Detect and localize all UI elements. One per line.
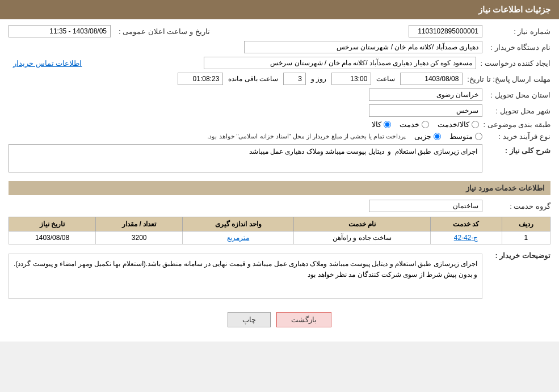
radio-khadamat-label: خدمت <box>400 120 419 129</box>
table-header-row: ردیف کد خدمت نام خدمت واحد اندازه گیری ت… <box>9 217 550 231</box>
tabaqe-radio-group: کالا/خدمت خدمت کالا <box>372 120 479 129</box>
col-nam: نام خدمت <box>294 217 430 231</box>
row-dastgah: نام دستگاه خریدار : دهیاری صمدآباد /کلان… <box>9 41 550 53</box>
print-button[interactable]: چاپ <box>228 312 271 327</box>
radio-kala: کالا <box>372 120 391 129</box>
shahr-value: سرخس <box>369 104 482 117</box>
shahr-label: شهر محل تحویل : <box>482 107 550 115</box>
baqi-value: 01:08:23 <box>178 73 223 85</box>
sharh-textarea[interactable] <box>9 144 482 172</box>
radio-khadamat: خدمت <box>400 120 429 129</box>
col-kod: کد خدمت <box>430 217 502 231</box>
cell-kod: ج-42-42 <box>430 231 502 245</box>
shomara-value: 1103102895000001 <box>409 25 482 37</box>
gorohe-value: ساختمان <box>369 200 482 212</box>
elaan-label: تاریخ و ساعت اعلان عمومی : <box>114 27 210 36</box>
rooz-value: 3 <box>283 73 306 85</box>
sharh-label: شرح کلی نیاز : <box>482 144 550 155</box>
row-sharh: شرح کلی نیاز : <box>9 144 550 174</box>
buttons-row: بازگشت چاپ <box>9 312 550 327</box>
radio-jozii-input[interactable] <box>434 133 441 140</box>
content-area: شماره نیاز : 1103102895000001 تاریخ و سا… <box>0 19 559 342</box>
row-tabaqe: طبقه بندی موضوعی : کالا/خدمت خدمت کالا <box>9 120 550 129</box>
ijad-label: ایجاد کننده درخواست : <box>476 59 550 68</box>
radio-jozii: جزیی <box>414 132 441 141</box>
row-shahr: شهر محل تحویل : سرخس <box>9 104 550 117</box>
col-vahed: واحد اندازه گیری <box>183 217 294 231</box>
header-bar: جزئیات اطلاعات نیاز <box>0 0 559 19</box>
page-wrapper: جزئیات اطلاعات نیاز شماره نیاز : 1103102… <box>0 0 559 342</box>
cell-radif: 1 <box>502 231 550 245</box>
sharh-container <box>9 144 482 174</box>
dastgah-value: دهیاری صمدآباد /کلانه مام خان / شهرستان … <box>244 41 482 53</box>
ostan-value: خراسان رضوی <box>369 88 482 101</box>
ostan-label: استان محل تحویل : <box>482 91 550 99</box>
saat-label: ساعت <box>376 75 395 83</box>
vahed-link[interactable]: مترمربع <box>227 234 249 242</box>
cell-tedad: 3200 <box>96 231 183 245</box>
saat-value: 13:00 <box>331 73 371 85</box>
radio-motavasset: متوسط <box>449 132 482 141</box>
toseeh-label: توضیحات خریدار : <box>482 249 550 260</box>
radio-khadamat-input[interactable] <box>422 121 429 128</box>
services-table-container: ردیف کد خدمت نام خدمت واحد اندازه گیری ت… <box>9 217 550 245</box>
radio-kala-khadamat: کالا/خدمت <box>438 120 479 129</box>
col-radif: ردیف <box>502 217 550 231</box>
khadamat-section-title: اطلاعات خدمات مورد نیاز <box>9 181 550 195</box>
cell-vahed: مترمربع <box>183 231 294 245</box>
shomara-label: شماره نیاز : <box>482 27 550 36</box>
date-time-container: 1403/08/08 ساعت 13:00 روز و 3 ساعت باقی … <box>178 73 463 85</box>
gorohe-label: گروه خدمت : <box>482 202 550 210</box>
date-value: 1403/08/08 <box>400 73 463 85</box>
radio-kala-khadamat-input[interactable] <box>472 121 479 128</box>
radio-jozii-label: جزیی <box>414 132 431 141</box>
header-title: جزئیات اطلاعات نیاز <box>478 5 550 14</box>
radio-motavasset-label: متوسط <box>449 132 473 141</box>
ettelaat-tamas-link[interactable]: اطلاعات تماس خریدار <box>13 59 82 68</box>
cell-tarikh: 1403/08/08 <box>9 231 96 245</box>
farayand-label: نوع فرآیند خرید : <box>482 132 550 141</box>
row-mohlat: مهلت ارسال پاسخ: تا تاریخ: 1403/08/08 سا… <box>9 73 550 85</box>
farayand-radio-group: متوسط جزیی <box>414 132 482 141</box>
farayand-note: پرداخت تمام یا بخشی از مبلغ خریدار از مح… <box>207 133 406 140</box>
radio-kala-input[interactable] <box>384 121 391 128</box>
tabaqe-label: طبقه بندی موضوعی : <box>479 120 550 129</box>
radio-kala-label: کالا <box>372 120 381 129</box>
row-ijad: ایجاد کننده درخواست : مسعود کوه کن دهیار… <box>9 57 550 69</box>
row-gorohe: گروه خدمت : ساختمان <box>9 200 550 212</box>
services-table: ردیف کد خدمت نام خدمت واحد اندازه گیری ت… <box>9 217 550 245</box>
cell-nam: ساخت جاده و راه‌آهن <box>294 231 430 245</box>
radio-motavasset-input[interactable] <box>475 133 482 140</box>
elaan-value: 1403/08/05 - 11:35 <box>9 25 111 37</box>
row-farayand: نوع فرآیند خرید : متوسط جزیی پرداخت تمام… <box>9 132 550 141</box>
row-ostan: استان محل تحویل : خراسان رضوی <box>9 88 550 101</box>
rooz-label: روز و <box>311 75 326 83</box>
toseeh-box: اجرای زیرسازی طبق استعلام و دیتایل پیوست… <box>9 254 482 299</box>
toseeh-text: اجرای زیرسازی طبق استعلام و دیتایل پیوست… <box>14 260 477 279</box>
kod-link[interactable]: ج-42-42 <box>454 234 478 242</box>
col-tedad: تعداد / مقدار <box>96 217 183 231</box>
radio-kala-khadamat-label: کالا/خدمت <box>438 120 469 129</box>
back-button[interactable]: بازگشت <box>276 312 331 327</box>
baqi-label: ساعت باقی مانده <box>228 75 278 83</box>
ijad-value: مسعود کوه کن دهیار دهیاری صمدآباد /کلانه… <box>204 57 476 69</box>
table-row: 1 ج-42-42 ساخت جاده و راه‌آهن مترمربع 32… <box>9 231 550 245</box>
dastgah-label: نام دستگاه خریدار : <box>482 43 550 52</box>
row-shomara: شماره نیاز : 1103102895000001 تاریخ و سا… <box>9 25 550 37</box>
col-tarikh: تاریخ نیاز <box>9 217 96 231</box>
mohlat-label: مهلت ارسال پاسخ: تا تاریخ: <box>463 75 550 83</box>
row-toseeh: توضیحات خریدار : اجرای زیرسازی طبق استعل… <box>9 249 550 304</box>
